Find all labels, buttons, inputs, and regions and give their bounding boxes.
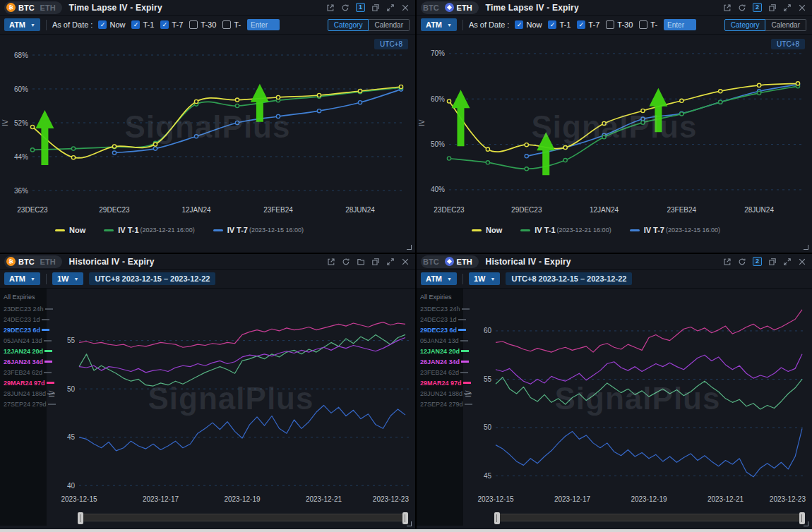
time-range-slider[interactable] [494,514,805,521]
checkbox-t-30[interactable]: T-30 [189,20,216,29]
checkbox-t-[interactable]: T- [639,20,657,29]
checkbox-box[interactable]: ✓ [131,20,140,29]
expiry-item[interactable]: 26JAN24 34d [417,356,463,367]
strike-select[interactable]: ATM ▼ [4,18,40,31]
historical-chart[interactable]: SignalPlus 40455055IV2023-12-152023-12-1… [47,289,415,509]
expand-icon[interactable] [783,4,792,12]
tab-eth[interactable]: ETH [445,257,472,266]
chart-canvas[interactable]: 36%44%52%60%68%IV23DEC2329DEC2312JAN2423… [0,35,415,219]
period-select[interactable]: 1W ▼ [469,272,500,285]
expiry-item[interactable]: 28JUN24 188d [0,388,47,399]
time-range-slider[interactable] [78,514,408,521]
slider-handle-left[interactable] [494,512,500,524]
expiry-item[interactable]: 27SEP24 279d [417,399,463,409]
checkbox-t-7[interactable]: ✓T-7 [577,20,599,29]
expiry-item[interactable]: 23DEC23 24h [0,303,47,314]
expiry-item[interactable]: 26JAN24 34d [0,356,47,367]
close-icon[interactable] [798,4,806,12]
tab-btc[interactable]: BTC [423,4,439,12]
resize-handle[interactable] [407,245,412,250]
legend-item[interactable]: IV T-1(2023-12-21 16:00) [104,226,194,234]
custom-tenor-input[interactable] [247,19,280,30]
legend-item[interactable]: Now [55,226,85,234]
window-count-badge[interactable]: 2 [753,3,762,12]
open-icon[interactable] [723,258,732,266]
close-icon[interactable] [401,258,410,266]
open-icon[interactable] [327,258,335,266]
expiry-item[interactable]: 27SEP24 279d [0,399,47,409]
expiry-item[interactable]: 23DEC23 24h [417,303,463,314]
expiry-item[interactable]: 29MAR24 97d [417,377,463,388]
resize-handle[interactable] [804,245,808,250]
tab-eth[interactable]: ETH [40,4,56,12]
checkbox-box[interactable] [189,20,198,29]
duplicate-icon[interactable] [768,4,777,12]
checkbox-t-30[interactable]: T-30 [606,20,633,29]
tab-btc[interactable]: ₿ BTC [6,3,35,12]
refresh-icon[interactable] [738,4,746,12]
checkbox-now[interactable]: ✓Now [98,20,125,29]
close-icon[interactable] [401,4,410,12]
tab-eth[interactable]: ETH [445,3,472,12]
window-count-badge[interactable]: 1 [356,3,365,12]
refresh-icon[interactable] [341,4,350,12]
expiry-item[interactable]: 12JAN24 20d [417,346,463,356]
legend-item[interactable]: IV T-7(2023-12-15 16:00) [213,226,304,234]
slider-handle-left[interactable] [78,512,83,524]
duplicate-icon[interactable] [371,258,380,266]
legend-item[interactable]: IV T-1(2023-12-21 16:00) [520,226,611,234]
legend-item[interactable]: IV T-7(2023-12-15 16:00) [630,226,720,234]
open-icon[interactable] [326,4,335,12]
checkbox-t-1[interactable]: ✓T-1 [548,20,571,29]
checkbox-box[interactable] [222,20,231,29]
refresh-icon[interactable] [738,258,746,266]
timelapse-chart[interactable]: SignalPlus UTC+8 40%50%60%70%IV23DEC2329… [417,35,812,219]
tab-btc[interactable]: BTC [423,258,439,266]
expiry-item[interactable]: 24DEC23 1d [0,314,47,325]
expiry-item[interactable]: 23FEB24 62d [0,367,47,377]
custom-tenor-input[interactable] [664,19,696,30]
chart-canvas[interactable]: 45505560IV2023-12-152023-12-172023-12-19… [463,289,812,509]
expiry-item[interactable]: 29DEC23 6d [417,325,463,335]
checkbox-box[interactable]: ✓ [577,20,585,29]
expiry-item[interactable]: 28JUN24 188d [417,388,463,399]
expiry-item[interactable]: 05JAN24 13d [0,335,47,346]
checkbox-box[interactable]: ✓ [515,20,523,29]
expand-icon[interactable] [783,258,792,266]
open-icon[interactable] [723,4,732,12]
expiry-item[interactable]: 29DEC23 6d [0,325,47,335]
expiry-item[interactable]: 23FEB24 62d [417,367,463,377]
expiry-item[interactable]: 12JAN24 20d [0,346,47,356]
expiry-item[interactable]: 05JAN24 13d [417,335,463,346]
resize-handle[interactable] [804,521,808,526]
close-icon[interactable] [798,258,806,266]
strike-select[interactable]: ATM ▼ [421,272,457,285]
checkbox-box[interactable] [606,20,614,29]
category-view-button[interactable]: Category [724,19,766,31]
window-count-badge[interactable]: 2 [753,257,762,266]
calendar-view-button[interactable]: Calendar [765,19,806,31]
chart-canvas[interactable]: 40%50%60%70%IV23DEC2329DEC2312JAN2423FEB… [417,35,812,219]
period-select[interactable]: 1W ▼ [52,272,83,285]
chart-canvas[interactable]: 40455055IV2023-12-152023-12-172023-12-19… [47,289,415,509]
category-view-button[interactable]: Category [328,19,369,31]
tab-btc[interactable]: ₿ BTC [6,257,35,266]
checkbox-t-1[interactable]: ✓T-1 [131,20,154,29]
checkbox-box[interactable]: ✓ [98,20,107,29]
legend-item[interactable]: Now [472,226,502,234]
duplicate-icon[interactable] [768,258,777,266]
expand-icon[interactable] [386,4,395,12]
expand-icon[interactable] [386,258,395,266]
checkbox-box[interactable]: ✓ [548,20,556,29]
historical-chart[interactable]: SignalPlus 45505560IV2023-12-152023-12-1… [463,289,812,509]
strike-select[interactable]: ATM ▼ [421,18,457,31]
timelapse-chart[interactable]: SignalPlus UTC+8 36%44%52%60%68%IV23DEC2… [0,35,415,219]
checkbox-t-[interactable]: T- [222,20,241,29]
expiry-item[interactable]: 24DEC23 1d [417,314,463,325]
refresh-icon[interactable] [342,258,350,266]
folder-icon[interactable] [357,258,365,266]
checkbox-box[interactable] [639,20,647,29]
checkbox-now[interactable]: ✓Now [515,20,542,29]
checkbox-box[interactable]: ✓ [160,20,169,29]
duplicate-icon[interactable] [371,4,380,12]
